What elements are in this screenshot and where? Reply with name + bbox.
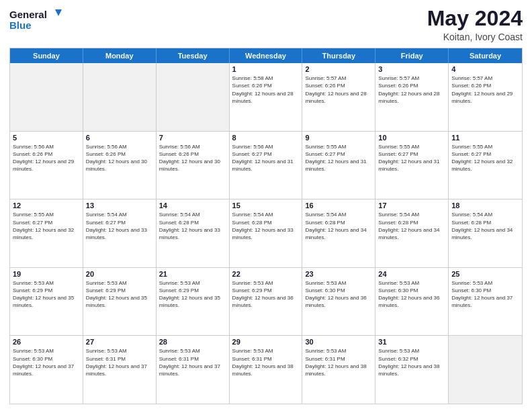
weekday-header-saturday: Saturday bbox=[449, 48, 522, 63]
day-info: Sunrise: 5:53 AMSunset: 6:29 PMDaylight:… bbox=[86, 279, 153, 310]
calendar-row-3: 19Sunrise: 5:53 AMSunset: 6:29 PMDayligh… bbox=[10, 268, 522, 336]
day-info: Sunrise: 5:57 AMSunset: 6:26 PMDaylight:… bbox=[378, 75, 445, 105]
day-info: Sunrise: 5:54 AMSunset: 6:28 PMDaylight:… bbox=[305, 211, 372, 241]
day-number: 8 bbox=[232, 134, 300, 142]
empty-cell bbox=[10, 63, 83, 131]
day-number: 20 bbox=[86, 270, 153, 278]
calendar: SundayMondayTuesdayWednesdayThursdayFrid… bbox=[9, 48, 523, 404]
weekday-header-wednesday: Wednesday bbox=[230, 48, 303, 63]
calendar-row-1: 5Sunrise: 5:56 AMSunset: 6:26 PMDaylight… bbox=[10, 132, 522, 200]
day-number: 22 bbox=[232, 270, 300, 278]
day-number: 9 bbox=[305, 134, 372, 142]
day-cell-4: 4Sunrise: 5:57 AMSunset: 6:26 PMDaylight… bbox=[449, 63, 522, 131]
day-info: Sunrise: 5:56 AMSunset: 6:26 PMDaylight:… bbox=[13, 143, 80, 173]
day-info: Sunrise: 5:53 AMSunset: 6:29 PMDaylight:… bbox=[232, 279, 300, 310]
day-info: Sunrise: 5:53 AMSunset: 6:31 PMDaylight:… bbox=[86, 347, 153, 377]
calendar-body: 1Sunrise: 5:58 AMSunset: 6:26 PMDaylight… bbox=[10, 63, 522, 404]
day-number: 21 bbox=[159, 270, 226, 278]
day-cell-16: 16Sunrise: 5:54 AMSunset: 6:28 PMDayligh… bbox=[302, 199, 375, 267]
weekday-header-friday: Friday bbox=[375, 48, 449, 63]
day-number: 5 bbox=[13, 134, 80, 142]
weekday-header-thursday: Thursday bbox=[302, 48, 375, 63]
day-info: Sunrise: 5:53 AMSunset: 6:32 PMDaylight:… bbox=[378, 347, 445, 377]
day-number: 28 bbox=[159, 338, 226, 346]
day-info: Sunrise: 5:56 AMSunset: 6:27 PMDaylight:… bbox=[232, 143, 300, 173]
day-number: 30 bbox=[305, 338, 372, 346]
day-number: 4 bbox=[451, 65, 519, 73]
logo: General Blue bbox=[9, 7, 63, 34]
day-cell-20: 20Sunrise: 5:53 AMSunset: 6:29 PMDayligh… bbox=[83, 268, 157, 336]
calendar-row-0: 1Sunrise: 5:58 AMSunset: 6:26 PMDaylight… bbox=[10, 63, 522, 132]
day-info: Sunrise: 5:53 AMSunset: 6:30 PMDaylight:… bbox=[305, 279, 372, 310]
day-number: 6 bbox=[86, 134, 153, 142]
day-info: Sunrise: 5:55 AMSunset: 6:27 PMDaylight:… bbox=[378, 143, 445, 173]
day-cell-8: 8Sunrise: 5:56 AMSunset: 6:27 PMDaylight… bbox=[230, 132, 303, 199]
day-cell-12: 12Sunrise: 5:55 AMSunset: 6:27 PMDayligh… bbox=[10, 199, 83, 267]
day-info: Sunrise: 5:53 AMSunset: 6:31 PMDaylight:… bbox=[159, 347, 226, 377]
day-cell-22: 22Sunrise: 5:53 AMSunset: 6:29 PMDayligh… bbox=[230, 268, 303, 336]
day-info: Sunrise: 5:54 AMSunset: 6:28 PMDaylight:… bbox=[232, 211, 300, 241]
day-info: Sunrise: 5:53 AMSunset: 6:29 PMDaylight:… bbox=[159, 279, 226, 310]
logo-svg: General Blue bbox=[9, 7, 63, 34]
page-title: May 2024 bbox=[427, 7, 523, 30]
day-cell-17: 17Sunrise: 5:54 AMSunset: 6:28 PMDayligh… bbox=[375, 199, 449, 267]
day-cell-6: 6Sunrise: 5:56 AMSunset: 6:26 PMDaylight… bbox=[83, 132, 157, 199]
day-info: Sunrise: 5:53 AMSunset: 6:31 PMDaylight:… bbox=[305, 347, 372, 377]
day-cell-28: 28Sunrise: 5:53 AMSunset: 6:31 PMDayligh… bbox=[157, 336, 230, 404]
day-info: Sunrise: 5:54 AMSunset: 6:27 PMDaylight:… bbox=[86, 211, 153, 241]
day-cell-24: 24Sunrise: 5:53 AMSunset: 6:30 PMDayligh… bbox=[375, 268, 449, 336]
day-number: 12 bbox=[13, 201, 80, 210]
day-number: 23 bbox=[305, 270, 372, 278]
empty-cell bbox=[83, 63, 157, 131]
empty-cell bbox=[157, 63, 230, 131]
day-number: 17 bbox=[378, 201, 445, 210]
day-cell-23: 23Sunrise: 5:53 AMSunset: 6:30 PMDayligh… bbox=[302, 268, 375, 336]
day-number: 26 bbox=[13, 338, 80, 346]
day-cell-11: 11Sunrise: 5:55 AMSunset: 6:27 PMDayligh… bbox=[449, 132, 522, 199]
day-info: Sunrise: 5:56 AMSunset: 6:26 PMDaylight:… bbox=[86, 143, 153, 173]
day-cell-5: 5Sunrise: 5:56 AMSunset: 6:26 PMDaylight… bbox=[10, 132, 83, 199]
day-number: 14 bbox=[159, 201, 226, 210]
day-number: 15 bbox=[232, 201, 300, 210]
svg-marker-1 bbox=[55, 9, 62, 16]
day-cell-21: 21Sunrise: 5:53 AMSunset: 6:29 PMDayligh… bbox=[157, 268, 230, 336]
page-header: General Blue May 2024 Koitan, Ivory Coas… bbox=[9, 7, 523, 42]
day-info: Sunrise: 5:57 AMSunset: 6:26 PMDaylight:… bbox=[305, 75, 372, 105]
day-number: 7 bbox=[159, 134, 226, 142]
day-info: Sunrise: 5:53 AMSunset: 6:30 PMDaylight:… bbox=[378, 279, 445, 310]
day-info: Sunrise: 5:53 AMSunset: 6:29 PMDaylight:… bbox=[13, 279, 80, 310]
day-info: Sunrise: 5:56 AMSunset: 6:26 PMDaylight:… bbox=[159, 143, 226, 173]
day-cell-14: 14Sunrise: 5:54 AMSunset: 6:28 PMDayligh… bbox=[157, 199, 230, 267]
weekday-header-sunday: Sunday bbox=[10, 48, 83, 63]
day-cell-18: 18Sunrise: 5:54 AMSunset: 6:28 PMDayligh… bbox=[449, 199, 522, 267]
day-info: Sunrise: 5:53 AMSunset: 6:30 PMDaylight:… bbox=[13, 347, 80, 377]
calendar-row-4: 26Sunrise: 5:53 AMSunset: 6:30 PMDayligh… bbox=[10, 336, 522, 404]
day-number: 27 bbox=[86, 338, 153, 346]
day-cell-10: 10Sunrise: 5:55 AMSunset: 6:27 PMDayligh… bbox=[375, 132, 449, 199]
svg-text:Blue: Blue bbox=[9, 19, 32, 31]
day-cell-19: 19Sunrise: 5:53 AMSunset: 6:29 PMDayligh… bbox=[10, 268, 83, 336]
day-number: 24 bbox=[378, 270, 445, 278]
day-number: 31 bbox=[378, 338, 445, 346]
day-number: 13 bbox=[86, 201, 153, 210]
day-info: Sunrise: 5:58 AMSunset: 6:26 PMDaylight:… bbox=[232, 75, 300, 105]
day-info: Sunrise: 5:55 AMSunset: 6:27 PMDaylight:… bbox=[451, 143, 519, 173]
day-info: Sunrise: 5:55 AMSunset: 6:27 PMDaylight:… bbox=[13, 211, 80, 241]
day-number: 19 bbox=[13, 270, 80, 278]
day-cell-2: 2Sunrise: 5:57 AMSunset: 6:26 PMDaylight… bbox=[302, 63, 375, 131]
day-cell-26: 26Sunrise: 5:53 AMSunset: 6:30 PMDayligh… bbox=[10, 336, 83, 404]
day-info: Sunrise: 5:57 AMSunset: 6:26 PMDaylight:… bbox=[451, 75, 519, 105]
day-info: Sunrise: 5:54 AMSunset: 6:28 PMDaylight:… bbox=[378, 211, 445, 241]
day-cell-25: 25Sunrise: 5:53 AMSunset: 6:30 PMDayligh… bbox=[449, 268, 522, 336]
day-cell-15: 15Sunrise: 5:54 AMSunset: 6:28 PMDayligh… bbox=[230, 199, 303, 267]
day-cell-13: 13Sunrise: 5:54 AMSunset: 6:27 PMDayligh… bbox=[83, 199, 157, 267]
day-number: 3 bbox=[378, 65, 445, 73]
day-info: Sunrise: 5:54 AMSunset: 6:28 PMDaylight:… bbox=[451, 211, 519, 241]
day-number: 16 bbox=[305, 201, 372, 210]
day-cell-1: 1Sunrise: 5:58 AMSunset: 6:26 PMDaylight… bbox=[230, 63, 303, 131]
weekday-header-monday: Monday bbox=[83, 48, 157, 63]
day-info: Sunrise: 5:53 AMSunset: 6:31 PMDaylight:… bbox=[232, 347, 300, 377]
day-number: 1 bbox=[232, 65, 300, 73]
day-cell-31: 31Sunrise: 5:53 AMSunset: 6:32 PMDayligh… bbox=[375, 336, 449, 404]
calendar-header: SundayMondayTuesdayWednesdayThursdayFrid… bbox=[10, 48, 522, 63]
